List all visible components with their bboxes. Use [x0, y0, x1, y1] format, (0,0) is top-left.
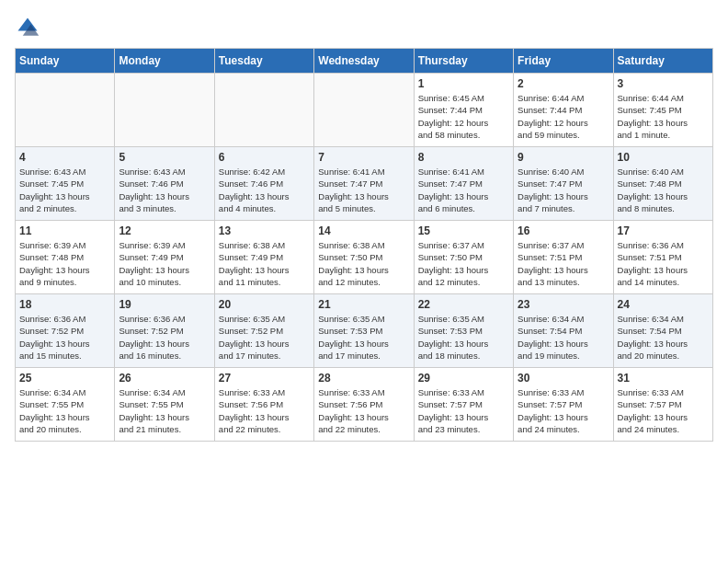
day-number: 12 [119, 224, 210, 237]
day-number: 23 [518, 298, 609, 311]
calendar-body: 1Sunrise: 6:45 AM Sunset: 7:44 PM Daylig… [16, 74, 713, 442]
day-info: Sunrise: 6:39 AM Sunset: 7:49 PM Dayligh… [119, 239, 210, 288]
day-number: 19 [119, 298, 210, 311]
day-info: Sunrise: 6:38 AM Sunset: 7:49 PM Dayligh… [219, 239, 310, 288]
calendar-cell [115, 74, 214, 147]
day-number: 31 [618, 372, 709, 385]
day-number: 1 [418, 77, 509, 90]
day-number: 2 [518, 77, 609, 90]
day-info: Sunrise: 6:35 AM Sunset: 7:53 PM Dayligh… [318, 313, 409, 362]
week-row-2: 11Sunrise: 6:39 AM Sunset: 7:48 PM Dayli… [16, 221, 713, 294]
day-info: Sunrise: 6:34 AM Sunset: 7:54 PM Dayligh… [518, 313, 609, 362]
day-number: 3 [618, 77, 709, 90]
header-thursday: Thursday [414, 49, 513, 74]
day-number: 27 [219, 372, 310, 385]
calendar-cell: 25Sunrise: 6:34 AM Sunset: 7:55 PM Dayli… [16, 368, 115, 442]
day-info: Sunrise: 6:43 AM Sunset: 7:45 PM Dayligh… [19, 166, 110, 214]
day-number: 5 [119, 151, 210, 164]
day-number: 17 [618, 224, 709, 237]
calendar-cell: 23Sunrise: 6:34 AM Sunset: 7:54 PM Dayli… [514, 294, 613, 368]
day-number: 18 [19, 298, 110, 311]
day-info: Sunrise: 6:39 AM Sunset: 7:48 PM Dayligh… [19, 239, 110, 288]
day-info: Sunrise: 6:34 AM Sunset: 7:54 PM Dayligh… [618, 313, 709, 362]
day-number: 7 [318, 151, 409, 164]
header-tuesday: Tuesday [214, 49, 313, 74]
calendar-cell: 1Sunrise: 6:45 AM Sunset: 7:44 PM Daylig… [414, 74, 513, 147]
day-number: 22 [418, 298, 509, 311]
day-info: Sunrise: 6:36 AM Sunset: 7:52 PM Dayligh… [19, 313, 110, 362]
day-info: Sunrise: 6:33 AM Sunset: 7:57 PM Dayligh… [518, 386, 609, 435]
calendar-cell: 22Sunrise: 6:35 AM Sunset: 7:53 PM Dayli… [414, 294, 513, 368]
day-info: Sunrise: 6:36 AM Sunset: 7:51 PM Dayligh… [618, 239, 709, 288]
day-info: Sunrise: 6:37 AM Sunset: 7:50 PM Dayligh… [418, 239, 509, 288]
calendar-cell: 20Sunrise: 6:35 AM Sunset: 7:52 PM Dayli… [214, 294, 313, 368]
day-number: 13 [219, 224, 310, 237]
calendar-cell: 27Sunrise: 6:33 AM Sunset: 7:56 PM Dayli… [214, 368, 313, 442]
day-info: Sunrise: 6:36 AM Sunset: 7:52 PM Dayligh… [119, 313, 210, 362]
day-info: Sunrise: 6:41 AM Sunset: 7:47 PM Dayligh… [418, 166, 509, 214]
day-number: 8 [418, 151, 509, 164]
calendar-cell: 18Sunrise: 6:36 AM Sunset: 7:52 PM Dayli… [16, 294, 115, 368]
calendar-cell: 16Sunrise: 6:37 AM Sunset: 7:51 PM Dayli… [514, 221, 613, 294]
day-number: 4 [19, 151, 110, 164]
week-row-3: 18Sunrise: 6:36 AM Sunset: 7:52 PM Dayli… [16, 294, 713, 368]
day-number: 16 [518, 224, 609, 237]
calendar-cell: 24Sunrise: 6:34 AM Sunset: 7:54 PM Dayli… [613, 294, 712, 368]
day-info: Sunrise: 6:44 AM Sunset: 7:44 PM Dayligh… [518, 92, 609, 141]
day-info: Sunrise: 6:33 AM Sunset: 7:57 PM Dayligh… [618, 386, 709, 435]
day-info: Sunrise: 6:37 AM Sunset: 7:51 PM Dayligh… [518, 239, 609, 288]
week-row-1: 4Sunrise: 6:43 AM Sunset: 7:45 PM Daylig… [16, 147, 713, 221]
header-sunday: Sunday [16, 49, 115, 74]
day-info: Sunrise: 6:40 AM Sunset: 7:48 PM Dayligh… [618, 166, 709, 214]
day-number: 9 [518, 151, 609, 164]
header-monday: Monday [115, 49, 214, 74]
calendar-cell: 19Sunrise: 6:36 AM Sunset: 7:52 PM Dayli… [115, 294, 214, 368]
logo [15, 15, 44, 40]
calendar-cell: 10Sunrise: 6:40 AM Sunset: 7:48 PM Dayli… [613, 147, 712, 221]
day-info: Sunrise: 6:35 AM Sunset: 7:52 PM Dayligh… [219, 313, 310, 362]
day-info: Sunrise: 6:34 AM Sunset: 7:55 PM Dayligh… [19, 386, 110, 435]
calendar-cell: 9Sunrise: 6:40 AM Sunset: 7:47 PM Daylig… [514, 147, 613, 221]
logo-icon [15, 15, 40, 40]
day-info: Sunrise: 6:38 AM Sunset: 7:50 PM Dayligh… [318, 239, 409, 288]
day-number: 15 [418, 224, 509, 237]
calendar-cell: 6Sunrise: 6:42 AM Sunset: 7:46 PM Daylig… [214, 147, 313, 221]
calendar-cell [16, 74, 115, 147]
calendar-cell: 30Sunrise: 6:33 AM Sunset: 7:57 PM Dayli… [514, 368, 613, 442]
calendar-cell: 12Sunrise: 6:39 AM Sunset: 7:49 PM Dayli… [115, 221, 214, 294]
calendar-cell: 2Sunrise: 6:44 AM Sunset: 7:44 PM Daylig… [514, 74, 613, 147]
day-info: Sunrise: 6:33 AM Sunset: 7:57 PM Dayligh… [418, 386, 509, 435]
day-number: 26 [119, 372, 210, 385]
day-number: 6 [219, 151, 310, 164]
week-row-0: 1Sunrise: 6:45 AM Sunset: 7:44 PM Daylig… [16, 74, 713, 147]
calendar-cell: 21Sunrise: 6:35 AM Sunset: 7:53 PM Dayli… [314, 294, 414, 368]
day-number: 29 [418, 372, 509, 385]
day-number: 21 [318, 298, 409, 311]
page-header [15, 15, 713, 40]
header-row: SundayMondayTuesdayWednesdayThursdayFrid… [16, 49, 713, 74]
day-number: 14 [318, 224, 409, 237]
day-info: Sunrise: 6:41 AM Sunset: 7:47 PM Dayligh… [318, 166, 409, 214]
calendar-cell: 8Sunrise: 6:41 AM Sunset: 7:47 PM Daylig… [414, 147, 513, 221]
day-number: 30 [518, 372, 609, 385]
calendar-table: SundayMondayTuesdayWednesdayThursdayFrid… [15, 48, 713, 442]
day-number: 20 [219, 298, 310, 311]
calendar-cell: 4Sunrise: 6:43 AM Sunset: 7:45 PM Daylig… [16, 147, 115, 221]
day-info: Sunrise: 6:40 AM Sunset: 7:47 PM Dayligh… [518, 166, 609, 214]
day-number: 10 [618, 151, 709, 164]
calendar-cell: 31Sunrise: 6:33 AM Sunset: 7:57 PM Dayli… [613, 368, 712, 442]
header-wednesday: Wednesday [314, 49, 414, 74]
calendar-cell: 28Sunrise: 6:33 AM Sunset: 7:56 PM Dayli… [314, 368, 414, 442]
calendar-cell: 11Sunrise: 6:39 AM Sunset: 7:48 PM Dayli… [16, 221, 115, 294]
day-number: 11 [19, 224, 110, 237]
calendar-cell: 13Sunrise: 6:38 AM Sunset: 7:49 PM Dayli… [214, 221, 313, 294]
day-info: Sunrise: 6:33 AM Sunset: 7:56 PM Dayligh… [318, 386, 409, 435]
day-info: Sunrise: 6:43 AM Sunset: 7:46 PM Dayligh… [119, 166, 210, 214]
day-info: Sunrise: 6:45 AM Sunset: 7:44 PM Dayligh… [418, 92, 509, 141]
calendar-cell: 26Sunrise: 6:34 AM Sunset: 7:55 PM Dayli… [115, 368, 214, 442]
day-info: Sunrise: 6:35 AM Sunset: 7:53 PM Dayligh… [418, 313, 509, 362]
day-number: 28 [318, 372, 409, 385]
header-saturday: Saturday [613, 49, 712, 74]
calendar-cell: 5Sunrise: 6:43 AM Sunset: 7:46 PM Daylig… [115, 147, 214, 221]
header-friday: Friday [514, 49, 613, 74]
